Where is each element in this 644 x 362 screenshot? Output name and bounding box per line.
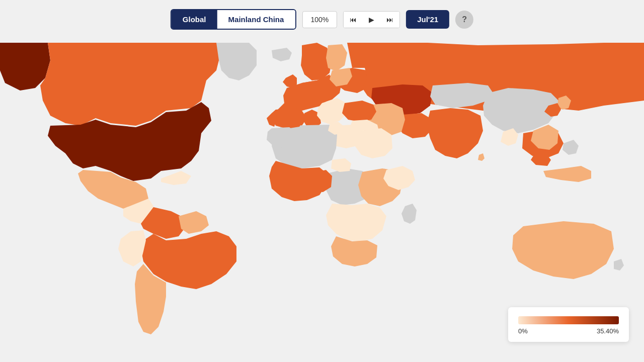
date-badge: Jul'21 [406,10,449,29]
skip-back-icon: ⏮ [350,16,357,24]
play-icon: ▶ [369,16,374,24]
skip-forward-button[interactable]: ⏭ [380,12,399,28]
skip-back-button[interactable]: ⏮ [344,12,363,28]
legend-max-label: 35.40% [597,327,619,335]
skip-forward-icon: ⏭ [386,16,393,24]
play-button[interactable]: ▶ [363,12,380,28]
legend-gradient [518,316,619,324]
zoom-level: 100% [302,11,337,28]
region-toggle: Global Mainland China [171,9,296,30]
toolbar: Global Mainland China 100% ⏮ ▶ ⏭ Jul'21 … [171,9,473,30]
global-button[interactable]: Global [172,10,217,29]
legend-labels: 0% 35.40% [518,327,619,335]
mainland-china-button[interactable]: Mainland China [217,10,295,29]
playback-controls: ⏮ ▶ ⏭ [343,11,400,28]
legend-min-label: 0% [518,327,528,335]
legend: 0% 35.40% [508,307,629,342]
help-button[interactable]: ? [455,11,473,29]
